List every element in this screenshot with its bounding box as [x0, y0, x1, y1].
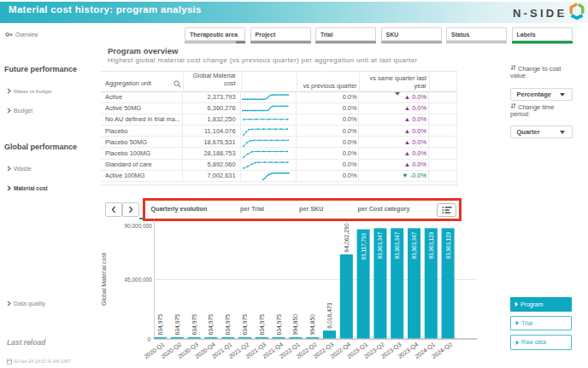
svg-text:994,850: 994,850 — [309, 314, 315, 336]
svg-text:83,963,347: 83,963,347 — [394, 231, 400, 259]
svg-text:Global Material cost: Global Material cost — [101, 253, 107, 306]
svg-text:634,975: 634,975 — [191, 314, 197, 336]
svg-text:83,963,129: 83,963,129 — [428, 231, 434, 259]
svg-text:90,000,000: 90,000,000 — [124, 223, 152, 229]
svg-text:83,963,347: 83,963,347 — [377, 231, 383, 259]
svg-text:634,975: 634,975 — [242, 314, 248, 336]
svg-text:83,963,347: 83,963,347 — [411, 231, 417, 259]
svg-text:634,975: 634,975 — [225, 314, 231, 336]
svg-text:634,975: 634,975 — [259, 314, 265, 336]
svg-text:994,850: 994,850 — [292, 314, 298, 336]
svg-text:83,117,793: 83,117,793 — [361, 233, 367, 260]
svg-text:634,975: 634,975 — [157, 314, 163, 336]
svg-text:634,975: 634,975 — [208, 314, 214, 336]
svg-text:634,975: 634,975 — [276, 314, 282, 336]
svg-text:45,000,000: 45,000,000 — [124, 277, 152, 283]
svg-text:64,062,290: 64,062,290 — [344, 223, 350, 252]
svg-text:0: 0 — [147, 336, 150, 342]
svg-text:634,975: 634,975 — [174, 314, 180, 336]
svg-text:6,016,473: 6,016,473 — [326, 302, 332, 328]
svg-text:83,963,129: 83,963,129 — [445, 231, 451, 259]
